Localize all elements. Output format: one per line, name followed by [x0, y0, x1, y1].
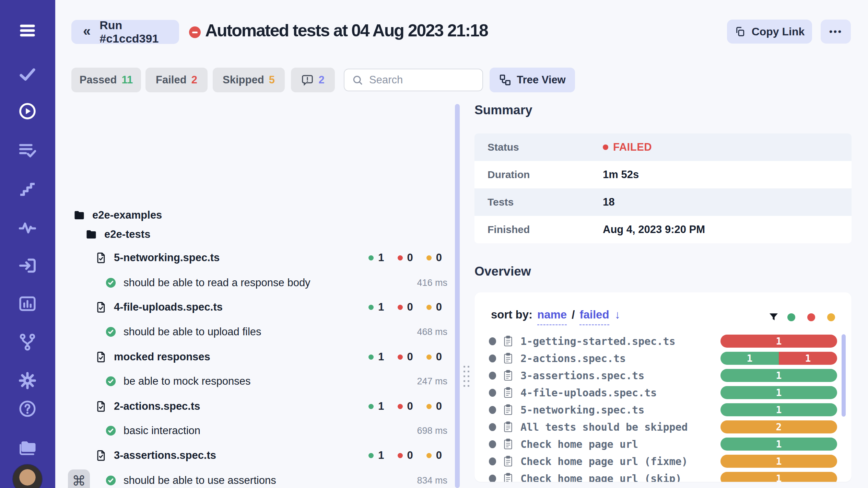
- tree-row-spec[interactable]: 2-actions.spec.ts 1 0 0: [55, 394, 470, 419]
- clipboard-icon: [503, 421, 513, 433]
- panel-resize-handle[interactable]: [464, 366, 469, 387]
- filter-skipped[interactable]: Skipped 5: [213, 68, 285, 92]
- overview-row[interactable]: Check home page url (fixme) 1: [474, 453, 852, 470]
- spec-counts: 1 0 0: [368, 252, 442, 264]
- folder-icon: [85, 228, 97, 241]
- overview-row[interactable]: All tests should be skipped 2: [474, 418, 852, 435]
- playlist-check-icon[interactable]: [17, 140, 37, 160]
- overview-row[interactable]: 4-file-uploads.spec.ts 1: [474, 384, 852, 401]
- test-duration: 468 ms: [417, 327, 447, 337]
- tree-row-test[interactable]: should be able to read a response body 4…: [55, 270, 470, 295]
- test-duration: 834 ms: [417, 475, 447, 486]
- filter-failed[interactable]: Failed 2: [145, 68, 208, 92]
- copy-link-button[interactable]: Copy Link: [727, 20, 812, 44]
- tree-row-test[interactable]: should be able to upload files 468 ms: [55, 319, 470, 344]
- sort-by-name-link[interactable]: name: [537, 308, 567, 325]
- tree-row-test[interactable]: should be able to use assertions 834 ms: [55, 468, 470, 488]
- tree-row-spec[interactable]: 3-assertions.spec.ts 1 0 0: [55, 443, 470, 468]
- back-to-run-button[interactable]: « Run #c1ccd391: [71, 20, 179, 44]
- summary-row-finished: Finished Aug 4, 2023 9:20 PM: [474, 216, 852, 243]
- spec-status-circle: [489, 475, 496, 482]
- sort-by-label: sort by:: [491, 308, 532, 321]
- sign-in-icon[interactable]: [17, 256, 37, 276]
- overview-row[interactable]: 5-networking.spec.ts 1: [474, 401, 852, 418]
- legend-failed-dot[interactable]: [807, 313, 815, 321]
- overview-row[interactable]: Check home page url (skip) 1: [474, 470, 852, 482]
- bar-chart-icon[interactable]: [17, 294, 37, 314]
- skipped-dot-icon: [426, 453, 432, 458]
- settings-gear-icon[interactable]: [17, 371, 37, 391]
- overview-spec-name: Check home page url: [520, 438, 638, 450]
- tree-view-button[interactable]: Tree View: [490, 68, 575, 92]
- spec-label: mocked responses: [114, 351, 210, 363]
- failed-dot-icon: [398, 255, 403, 260]
- overview-heading: Overview: [474, 264, 531, 279]
- sort-by-failed-link[interactable]: failed: [579, 308, 609, 325]
- spec-status-circle: [489, 337, 496, 345]
- steps-icon[interactable]: [17, 179, 37, 199]
- overview-spec-name: 5-networking.spec.ts: [520, 404, 644, 416]
- sidebar: [0, 0, 55, 488]
- spec-label: 4-file-uploads.spec.ts: [114, 301, 223, 313]
- legend-skipped-dot[interactable]: [827, 313, 835, 321]
- spec-status-circle: [489, 406, 496, 414]
- overview-row[interactable]: 2-actions.spec.ts 11: [474, 350, 852, 367]
- menu-icon[interactable]: [17, 21, 38, 40]
- tree-row-spec[interactable]: 4-file-uploads.spec.ts 1 0 0: [55, 295, 470, 319]
- search-input[interactable]: [369, 74, 472, 86]
- failed-dot-icon: [398, 355, 403, 360]
- overview-card: sort by: name / failed ↓ 1-getting-start…: [474, 292, 852, 482]
- spec-file-icon: [95, 252, 107, 264]
- tree-row-folder[interactable]: e2e-tests: [55, 222, 470, 247]
- command-shortcut-button[interactable]: ⌘: [68, 469, 90, 488]
- filter-passed[interactable]: Passed 11: [71, 68, 141, 92]
- play-circle-icon[interactable]: [17, 101, 37, 121]
- result-bar: 1: [720, 455, 837, 468]
- failed-dot-icon: [398, 453, 403, 458]
- tree-row-spec[interactable]: 5-networking.spec.ts 1 0 0: [55, 245, 470, 270]
- summary-label: Duration: [474, 169, 603, 181]
- summary-value: 18: [603, 196, 614, 208]
- user-avatar[interactable]: [12, 464, 43, 488]
- test-passed-icon: [105, 326, 117, 338]
- summary-heading: Summary: [474, 103, 532, 117]
- sort-direction-arrow[interactable]: ↓: [615, 308, 621, 321]
- failed-dot-icon: [398, 305, 403, 310]
- test-label: be able to mock responses: [124, 375, 251, 387]
- overview-row[interactable]: 3-assertions.spec.ts 1: [474, 367, 852, 384]
- spec-file-icon: [95, 351, 107, 363]
- filter-funnel-icon[interactable]: [768, 312, 779, 323]
- activity-pulse-icon[interactable]: [17, 217, 37, 237]
- test-passed-icon: [105, 375, 117, 387]
- skipped-dot-icon: [426, 255, 432, 260]
- check-icon[interactable]: [17, 64, 37, 84]
- summary-value: FAILED: [603, 141, 652, 153]
- test-passed-icon: [105, 277, 117, 289]
- copy-link-label: Copy Link: [752, 25, 805, 38]
- tree-row-spec[interactable]: mocked responses 1 0 0: [55, 345, 470, 369]
- legend-passed-dot[interactable]: [787, 313, 795, 321]
- sort-controls: sort by: name / failed ↓: [491, 308, 620, 329]
- spec-counts: 1 0 0: [368, 449, 442, 462]
- more-actions-button[interactable]: •••: [821, 20, 851, 44]
- summary-label: Finished: [474, 224, 603, 235]
- passed-dot-icon: [368, 305, 374, 310]
- test-label: should be able to use assertions: [124, 474, 276, 487]
- tree-scrollbar[interactable]: [455, 104, 460, 488]
- test-passed-icon: [105, 425, 117, 437]
- message-alert-icon: [301, 74, 314, 86]
- overview-row[interactable]: Check home page url 1: [474, 435, 852, 453]
- overview-row[interactable]: 1-getting-started.spec.ts 1: [474, 333, 852, 350]
- spec-file-icon: [95, 449, 107, 462]
- projects-folder-icon[interactable]: [17, 437, 37, 457]
- git-branch-icon[interactable]: [17, 332, 37, 352]
- failed-count: 2: [191, 74, 197, 86]
- filter-comments[interactable]: 2: [291, 68, 335, 92]
- help-circle-icon[interactable]: [17, 399, 37, 419]
- tree-row-test[interactable]: basic interaction 698 ms: [55, 418, 470, 443]
- overview-spec-name: Check home page url (fixme): [520, 455, 688, 467]
- tree-row-test[interactable]: be able to mock responses 247 ms: [55, 369, 470, 394]
- overview-scrollbar[interactable]: [842, 334, 846, 417]
- test-duration: 247 ms: [417, 376, 447, 387]
- page-title: Automated tests at 04 Aug 2023 21:18: [205, 21, 488, 40]
